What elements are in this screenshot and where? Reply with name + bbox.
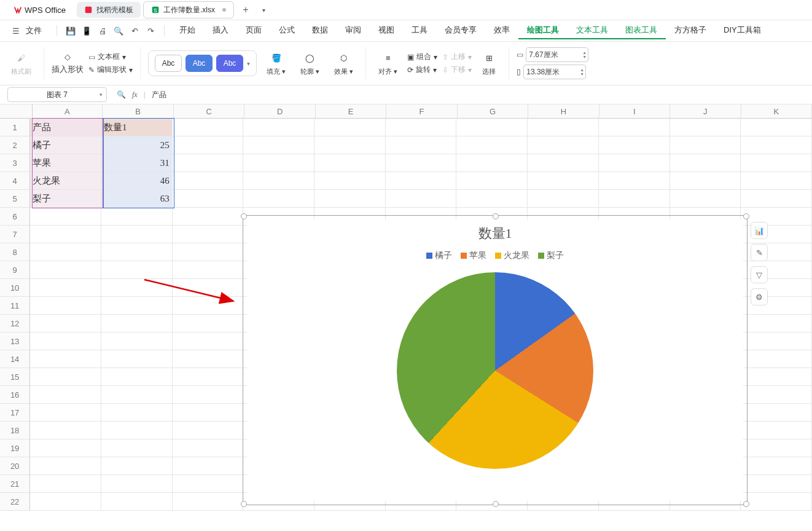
row-header-22[interactable]: 22 xyxy=(0,493,30,511)
cell-D2[interactable] xyxy=(243,136,314,154)
cell-F2[interactable] xyxy=(386,136,457,154)
cell-E3[interactable] xyxy=(314,154,386,172)
cell-B21[interactable] xyxy=(101,475,173,493)
name-box[interactable]: 图表 7▾ xyxy=(7,87,107,102)
cell-I4[interactable] xyxy=(599,172,670,190)
tab-menu-button[interactable]: ▾ xyxy=(257,3,271,17)
mobile-icon[interactable]: 📱 xyxy=(79,23,94,38)
shape-styles[interactable]: Abc Abc Abc ▾ xyxy=(148,50,257,76)
cell-K1[interactable] xyxy=(741,119,812,136)
menu-会员专享[interactable]: 会员专享 xyxy=(436,22,485,39)
chart-style-button[interactable]: ✎ xyxy=(751,244,768,261)
row-header-21[interactable]: 21 xyxy=(0,475,30,493)
row-header-6[interactable]: 6 xyxy=(0,208,30,226)
cell-K18[interactable] xyxy=(741,422,812,439)
textbox-button[interactable]: ▭文本框 ▾ xyxy=(88,52,133,62)
cell-B13[interactable] xyxy=(101,332,173,350)
cell-A4[interactable]: 火龙果 xyxy=(30,172,101,190)
row-header-14[interactable]: 14 xyxy=(0,350,30,368)
cell-A5[interactable]: 梨子 xyxy=(30,190,101,208)
cell-B10[interactable] xyxy=(101,279,173,297)
menu-file[interactable]: 文件 xyxy=(25,23,50,39)
cell-J2[interactable] xyxy=(670,136,741,154)
cell-G4[interactable] xyxy=(456,172,528,190)
col-header-B[interactable]: B xyxy=(103,104,173,119)
cell-A18[interactable] xyxy=(30,422,101,439)
cell-F3[interactable] xyxy=(386,154,457,172)
cell-A21[interactable] xyxy=(30,475,101,493)
cell-I2[interactable] xyxy=(599,136,670,154)
cell-F5[interactable] xyxy=(386,190,457,208)
chart-title[interactable]: 数量1 xyxy=(247,224,743,243)
cell-K12[interactable] xyxy=(741,315,812,332)
align-button[interactable]: ≡对齐 ▾ xyxy=(373,51,402,76)
col-header-I[interactable]: I xyxy=(599,104,670,119)
row-header-18[interactable]: 18 xyxy=(0,422,30,439)
menu-数据[interactable]: 数据 xyxy=(303,22,337,39)
row-header-17[interactable]: 17 xyxy=(0,404,30,422)
menu-公式[interactable]: 公式 xyxy=(270,22,303,39)
rotate-button[interactable]: ⟳旋转 ▾ xyxy=(407,65,437,75)
cell-E1[interactable] xyxy=(314,119,386,136)
cell-G1[interactable] xyxy=(456,119,528,136)
height-input[interactable]: 13.38厘米▲▼ xyxy=(523,65,586,79)
row-header-2[interactable]: 2 xyxy=(0,136,30,154)
cell-E2[interactable] xyxy=(314,136,386,154)
cell-B4[interactable]: 46 xyxy=(101,172,173,190)
cell-A11[interactable] xyxy=(30,297,101,315)
row-header-8[interactable]: 8 xyxy=(0,243,30,261)
cell-B11[interactable] xyxy=(101,297,173,315)
cell-C22[interactable] xyxy=(173,493,244,511)
cell-B9[interactable] xyxy=(101,261,173,279)
spreadsheet[interactable]: ABCDEFGHIJK 1产品数量12橘子253苹果314火龙果465梨子636… xyxy=(0,104,812,511)
select-button[interactable]: ⊞选择 xyxy=(477,51,501,76)
edit-shape-button[interactable]: ✎编辑形状 ▾ xyxy=(88,65,133,75)
menu-插入[interactable]: 插入 xyxy=(204,22,237,39)
width-input[interactable]: 7.67厘米▲▼ xyxy=(526,47,588,62)
effect-button[interactable]: ⬡效果 ▾ xyxy=(329,51,358,76)
cell-B1[interactable]: 数量1 xyxy=(101,119,173,136)
col-header-G[interactable]: G xyxy=(458,104,528,119)
cell-A1[interactable]: 产品 xyxy=(30,119,101,136)
menu-效率[interactable]: 效率 xyxy=(485,22,518,39)
cell-C9[interactable] xyxy=(173,261,244,279)
cell-C16[interactable] xyxy=(173,386,244,404)
cell-K21[interactable] xyxy=(741,475,812,493)
fx-icon[interactable]: fx xyxy=(132,90,138,100)
cell-A3[interactable]: 苹果 xyxy=(30,154,101,172)
cell-C11[interactable] xyxy=(173,297,244,315)
cell-B17[interactable] xyxy=(101,404,173,422)
print-icon[interactable]: 🖨 xyxy=(95,23,110,38)
row-header-1[interactable]: 1 xyxy=(0,119,30,136)
row-header-16[interactable]: 16 xyxy=(0,386,30,404)
col-header-H[interactable]: H xyxy=(528,104,599,119)
cell-G5[interactable] xyxy=(456,190,528,208)
cell-C12[interactable] xyxy=(173,315,244,332)
row-header-12[interactable]: 12 xyxy=(0,315,30,332)
cell-B16[interactable] xyxy=(101,386,173,404)
cell-B19[interactable] xyxy=(101,439,173,457)
format-painter[interactable]: 🖌 格式刷 xyxy=(6,51,36,76)
cell-B15[interactable] xyxy=(101,368,173,386)
cell-B18[interactable] xyxy=(101,422,173,439)
cell-K14[interactable] xyxy=(741,350,812,368)
row-header-3[interactable]: 3 xyxy=(0,154,30,172)
cell-B8[interactable] xyxy=(101,243,173,261)
cell-D5[interactable] xyxy=(243,190,314,208)
cell-K22[interactable] xyxy=(741,493,812,511)
tab-workbook[interactable]: S 工作簿数量.xlsx xyxy=(143,1,234,18)
cell-F4[interactable] xyxy=(386,172,457,190)
legend-item[interactable]: 梨子 xyxy=(538,250,564,261)
resize-handle[interactable] xyxy=(493,501,499,507)
cell-A12[interactable] xyxy=(30,315,101,332)
row-header-11[interactable]: 11 xyxy=(0,297,30,315)
cell-A20[interactable] xyxy=(30,457,101,475)
menu-图表工具[interactable]: 图表工具 xyxy=(617,22,666,39)
cell-D1[interactable] xyxy=(243,119,314,136)
cell-I5[interactable] xyxy=(599,190,670,208)
menu-文本工具[interactable]: 文本工具 xyxy=(568,22,617,39)
col-header-D[interactable]: D xyxy=(244,104,315,119)
resize-handle[interactable] xyxy=(743,501,749,507)
cell-D4[interactable] xyxy=(243,172,314,190)
cell-K2[interactable] xyxy=(741,136,812,154)
